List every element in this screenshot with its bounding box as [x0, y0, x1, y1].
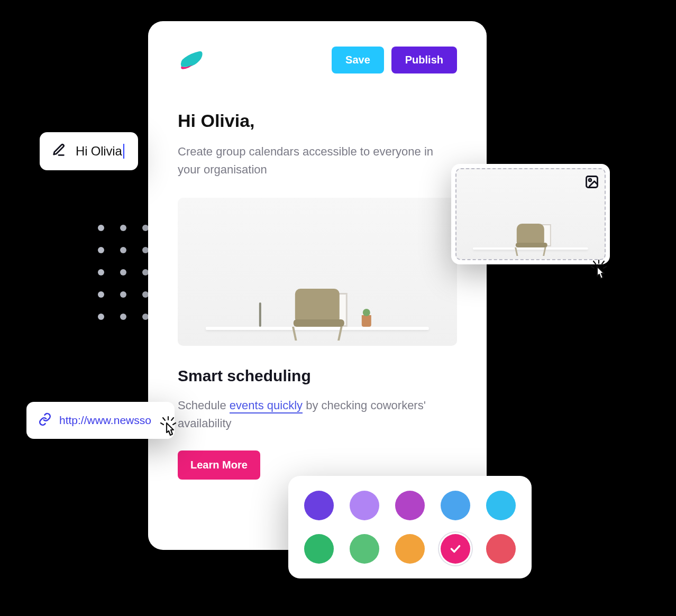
- section-text-pre: Schedule: [178, 399, 230, 412]
- intro-text[interactable]: Create group calendars accessible to eve…: [178, 143, 457, 179]
- color-swatch[interactable]: [486, 534, 516, 564]
- image-icon: [584, 174, 599, 191]
- svg-line-4: [171, 418, 173, 420]
- svg-line-9: [604, 266, 606, 268]
- color-swatch[interactable]: [395, 491, 425, 520]
- cursor-click-icon: [158, 416, 179, 439]
- color-swatch[interactable]: [350, 491, 379, 520]
- cursor-click-icon: [588, 259, 609, 282]
- check-icon: [449, 542, 462, 556]
- color-swatch[interactable]: [304, 534, 334, 564]
- edit-icon: [51, 143, 66, 160]
- color-swatch[interactable]: [304, 491, 334, 520]
- link-url-value[interactable]: http://www.newsso: [59, 414, 151, 427]
- text-edit-popover[interactable]: Hi Olivia: [40, 132, 138, 170]
- color-swatch[interactable]: [441, 534, 470, 564]
- svg-point-6: [589, 179, 591, 181]
- svg-line-1: [161, 423, 163, 425]
- save-button[interactable]: Save: [332, 47, 384, 73]
- svg-line-8: [591, 266, 594, 268]
- color-swatch[interactable]: [350, 534, 379, 564]
- learn-more-button[interactable]: Learn More: [178, 450, 260, 480]
- color-swatch[interactable]: [441, 491, 470, 520]
- dot-grid-decoration: [98, 225, 149, 320]
- inline-link[interactable]: events quickly: [230, 399, 303, 413]
- editor-header: Save Publish: [178, 47, 457, 73]
- email-editor-card: Save Publish Hi Olivia, Create group cal…: [148, 21, 487, 550]
- section-heading[interactable]: Smart scheduling: [178, 367, 457, 385]
- publish-button[interactable]: Publish: [391, 47, 457, 73]
- svg-line-10: [593, 261, 596, 264]
- section-text[interactable]: Schedule events quickly by checking cowo…: [178, 397, 457, 433]
- svg-line-3: [163, 418, 165, 420]
- color-palette-popover[interactable]: [288, 476, 532, 578]
- link-edit-popover[interactable]: http://www.newsso: [26, 402, 175, 439]
- image-dropzone[interactable]: [451, 164, 610, 264]
- svg-line-11: [602, 261, 604, 264]
- hero-image-block[interactable]: [178, 198, 457, 346]
- svg-line-2: [173, 423, 176, 425]
- brand-logo: [178, 49, 204, 72]
- color-swatch[interactable]: [395, 534, 425, 564]
- color-swatch[interactable]: [486, 491, 516, 520]
- link-icon: [38, 412, 52, 428]
- greeting-heading[interactable]: Hi Olivia,: [178, 111, 457, 131]
- edit-input-value[interactable]: Hi Olivia: [76, 144, 124, 159]
